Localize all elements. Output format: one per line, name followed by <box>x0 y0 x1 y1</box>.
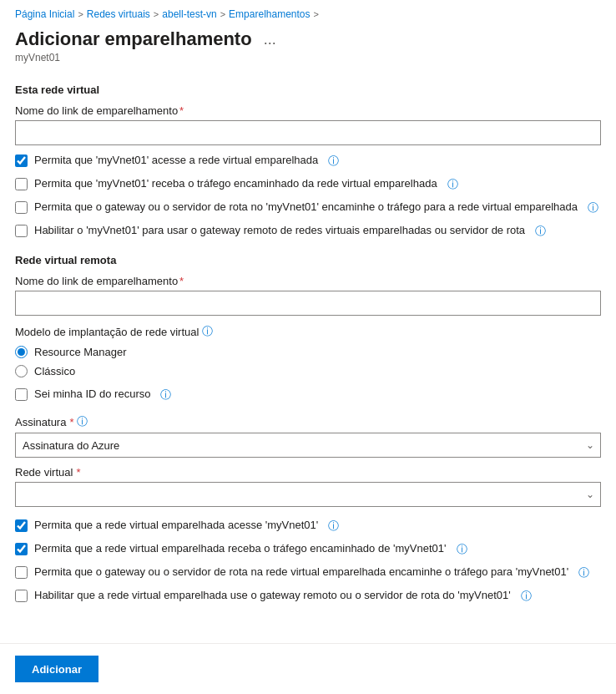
subscription-label-row: Assinatura * ⓘ <box>15 414 601 429</box>
radio-classic[interactable] <box>15 365 28 377</box>
check1-checkbox[interactable] <box>15 155 28 167</box>
check4-row: Habilitar o 'myVnet01' para usar o gatew… <box>15 224 601 239</box>
check3-row: Permita que o gateway ou o servidor de r… <box>15 200 601 215</box>
vnet-dropdown[interactable] <box>15 482 601 507</box>
link-name-input-this[interactable] <box>15 120 601 145</box>
footer: Adicionar <box>0 643 616 694</box>
check6-checkbox[interactable] <box>15 543 28 555</box>
radio-classic-label: Clássico <box>34 365 75 377</box>
radio-resource-manager-row: Resource Manager <box>15 346 601 358</box>
radio-resource-manager-label: Resource Manager <box>34 346 127 358</box>
page-header: Adicionar emparelhamento ... myVnet01 <box>0 25 616 65</box>
link-name-label-remote: Nome do link de emparelhamento* <box>15 275 601 287</box>
page-title: Adicionar emparelhamento <box>15 28 252 50</box>
breadcrumb-redes-virtuais[interactable]: Redes virtuais <box>87 8 150 20</box>
ellipsis-button[interactable]: ... <box>260 32 280 47</box>
know-id-label: Sei minha ID do recurso <box>34 388 150 400</box>
remote-vnet-section-label: Rede virtual remota <box>15 254 601 266</box>
check5-label: Permita que a rede virtual emparelhada a… <box>34 519 318 531</box>
check7-label: Permita que o gateway ou o servidor de r… <box>34 565 568 578</box>
check8-label: Habilitar que a rede virtual emparelhada… <box>34 589 511 601</box>
check8-checkbox[interactable] <box>15 590 28 602</box>
check1-label: Permita que 'myVnet01' acesse a rede vir… <box>34 154 318 166</box>
model-label-row: Modelo de implantação de rede virtual ⓘ <box>15 324 601 339</box>
check7-checkbox[interactable] <box>15 566 28 579</box>
check3-info-icon[interactable]: ⓘ <box>588 200 598 215</box>
vnet-label: Rede virtual <box>15 466 73 479</box>
breadcrumb-sep-1: > <box>78 9 83 19</box>
breadcrumb: Página Inicial > Redes virtuais > abell-… <box>0 0 616 25</box>
subscription-dropdown-wrapper: Assinatura do Azure ⌄ <box>15 433 601 458</box>
add-button[interactable]: Adicionar <box>15 656 98 682</box>
breadcrumb-abell[interactable]: abell-test-vn <box>162 8 216 20</box>
check4-label: Habilitar o 'myVnet01' para usar o gatew… <box>34 224 525 236</box>
know-id-checkbox[interactable] <box>15 388 28 401</box>
breadcrumb-home[interactable]: Página Inicial <box>15 8 74 20</box>
check2-info-icon[interactable]: ⓘ <box>447 177 458 192</box>
check3-label: Permita que o gateway ou o servidor de r… <box>34 200 578 213</box>
check3-checkbox[interactable] <box>15 201 28 214</box>
check8-row: Habilitar que a rede virtual emparelhada… <box>15 589 601 604</box>
subscription-label: Assinatura <box>15 416 66 428</box>
breadcrumb-sep-2: > <box>154 9 159 19</box>
page-title-row: Adicionar emparelhamento ... <box>15 28 601 50</box>
subscription-info-icon[interactable]: ⓘ <box>77 414 88 429</box>
main-content: Esta rede virtual Nome do link de empare… <box>0 65 616 671</box>
check1-row: Permita que 'myVnet01' acesse a rede vir… <box>15 154 601 169</box>
breadcrumb-sep-3: > <box>220 9 225 19</box>
check6-info-icon[interactable]: ⓘ <box>457 542 467 557</box>
check1-info-icon[interactable]: ⓘ <box>328 154 339 169</box>
know-id-info-icon[interactable]: ⓘ <box>160 388 171 403</box>
vnet-dropdown-wrapper: ⌄ <box>15 482 601 507</box>
check2-row: Permita que 'myVnet01' receba o tráfego … <box>15 177 601 192</box>
model-info-icon[interactable]: ⓘ <box>202 324 213 339</box>
this-vnet-section-label: Esta rede virtual <box>15 84 601 96</box>
link-name-label-this: Nome do link de emparelhamento* <box>15 104 601 117</box>
check4-info-icon[interactable]: ⓘ <box>535 224 546 239</box>
link-name-input-remote[interactable] <box>15 291 601 316</box>
know-id-row: Sei minha ID do recurso ⓘ <box>15 388 601 403</box>
check5-info-icon[interactable]: ⓘ <box>328 519 339 534</box>
page-subtitle: myVnet01 <box>15 52 601 63</box>
radio-classic-row: Clássico <box>15 365 601 377</box>
check7-info-icon[interactable]: ⓘ <box>578 565 589 580</box>
check5-row: Permita que a rede virtual emparelhada a… <box>15 519 601 534</box>
breadcrumb-emparelhamentos[interactable]: Emparelhamentos <box>229 8 310 20</box>
breadcrumb-sep-4: > <box>314 9 319 19</box>
check4-checkbox[interactable] <box>15 225 28 237</box>
vnet-label-row: Rede virtual * <box>15 466 601 479</box>
radio-resource-manager[interactable] <box>15 346 28 358</box>
check7-row: Permita que o gateway ou o servidor de r… <box>15 565 601 580</box>
subscription-dropdown[interactable]: Assinatura do Azure <box>15 433 601 458</box>
check5-checkbox[interactable] <box>15 519 28 532</box>
model-label: Modelo de implantação de rede virtual <box>15 326 199 338</box>
check2-checkbox[interactable] <box>15 178 28 190</box>
check2-label: Permita que 'myVnet01' receba o tráfego … <box>34 177 437 190</box>
check8-info-icon[interactable]: ⓘ <box>521 589 532 604</box>
check6-label: Permita que a rede virtual emparelhada r… <box>34 542 447 555</box>
check6-row: Permita que a rede virtual emparelhada r… <box>15 542 601 557</box>
